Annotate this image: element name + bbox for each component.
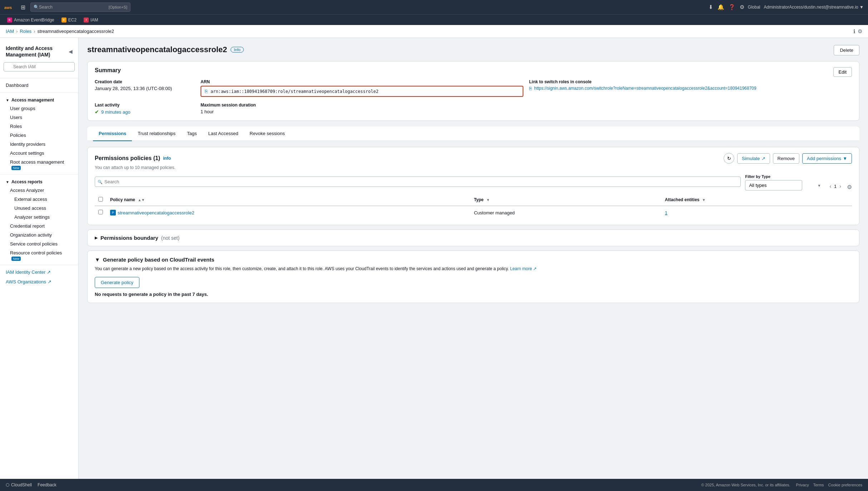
bell-icon[interactable]: 🔔: [717, 4, 724, 10]
footer-privacy-link[interactable]: Privacy: [796, 483, 809, 487]
permissions-policies-info-link[interactable]: info: [163, 156, 171, 161]
user-menu[interactable]: AdministratorAccess/dustin.nest@streamna…: [764, 5, 864, 10]
learn-more-link[interactable]: Learn more ↗: [510, 266, 537, 271]
switch-link-value[interactable]: https://signin.aws.amazon.com/switchrole…: [534, 86, 756, 91]
footer-copyright: © 2025, Amazon Web Services, Inc. or its…: [701, 483, 790, 487]
global-search-bar[interactable]: 🔍 [Option+S]: [30, 3, 130, 12]
sidebar-item-analyzer-settings[interactable]: Analyzer settings: [0, 213, 78, 222]
arn-box: ⎘ arn:aws:iam::180941968709:role/streamn…: [201, 86, 523, 97]
sidebar-item-iam-identity-center[interactable]: IAM Identity Center ↗: [0, 267, 78, 277]
type-sort-icon: ▼: [486, 198, 490, 202]
remove-button[interactable]: Remove: [773, 153, 799, 164]
switch-link-label: Link to switch roles in console: [529, 79, 852, 84]
sidebar-item-resource-control[interactable]: Resource control policies New: [0, 248, 78, 263]
sidebar-collapse-btn[interactable]: ◀: [69, 49, 73, 54]
sidebar-section-access-reports[interactable]: ▼ Access reports: [0, 177, 78, 186]
service-tab-ec2[interactable]: E EC2: [59, 16, 79, 24]
breadcrumb-info-btn[interactable]: ℹ: [853, 28, 855, 35]
tab-permissions[interactable]: Permissions: [93, 127, 132, 141]
col-attached-header[interactable]: Attached entities ▼: [661, 194, 852, 206]
last-activity-wrap: ✔ 9 minutes ago: [95, 109, 195, 115]
summary-grid: Creation date January 28, 2025, 13:36 (U…: [95, 79, 852, 115]
delete-button[interactable]: Delete: [834, 45, 859, 55]
service-tab-eventbridge[interactable]: E Amazon EventBridge: [4, 16, 57, 24]
sidebar-item-aws-organizations[interactable]: AWS Organizations ↗: [0, 277, 78, 287]
table-settings-btn[interactable]: ⚙: [847, 184, 852, 190]
sidebar-search-input[interactable]: [4, 62, 75, 71]
feedback-button[interactable]: Feedback: [38, 482, 56, 487]
boundary-expand-icon: ▶: [95, 235, 98, 240]
cloudtrail-header: ▼ Generate policy based on CloudTrail ev…: [95, 257, 852, 263]
copy-arn-icon[interactable]: ⎘: [205, 89, 208, 94]
sidebar-item-dashboard[interactable]: Dashboard: [0, 80, 78, 90]
breadcrumb-settings-btn[interactable]: ⚙: [858, 28, 862, 35]
simulate-button[interactable]: Simulate ↗: [737, 153, 770, 164]
generate-policy-button[interactable]: Generate policy: [95, 277, 139, 288]
add-permissions-button[interactable]: Add permissions ▼: [802, 153, 852, 164]
summary-card: Summary Edit Creation date January 28, 2…: [87, 61, 859, 121]
filter-row: [95, 177, 741, 187]
last-activity-value[interactable]: 9 minutes ago: [101, 109, 130, 115]
sidebar-item-user-groups[interactable]: User groups: [0, 104, 78, 113]
sidebar-item-service-control[interactable]: Service control policies: [0, 239, 78, 248]
search-input-wrap: [95, 177, 741, 187]
tab-revoke-sessions[interactable]: Revoke sessions: [244, 127, 290, 141]
settings-icon[interactable]: ⚙: [740, 4, 744, 10]
add-permissions-label: Add permissions: [807, 156, 841, 161]
footer-terms-link[interactable]: Terms: [813, 483, 824, 487]
copy-link-icon[interactable]: ⎘: [529, 86, 532, 91]
region-selector[interactable]: Global: [748, 5, 760, 10]
sidebar-item-unused-access[interactable]: Unused access: [0, 204, 78, 213]
sidebar-item-identity-providers[interactable]: Identity providers: [0, 140, 78, 149]
arn-label: ARN: [201, 79, 523, 84]
breadcrumb-iam[interactable]: IAM: [6, 29, 14, 34]
global-search-input[interactable]: [39, 5, 106, 10]
last-activity-label: Last activity: [95, 103, 195, 108]
sidebar-item-users[interactable]: Users: [0, 113, 78, 122]
type-select[interactable]: All types AWS managed Customer managed I…: [745, 180, 802, 190]
sidebar: Identity and AccessManagement (IAM) ◀ Da…: [0, 38, 79, 491]
select-all-checkbox[interactable]: [98, 197, 103, 202]
policy-attached-cell: 1: [661, 206, 852, 219]
sidebar-item-org-activity[interactable]: Organization activity: [0, 230, 78, 239]
next-page-btn[interactable]: ›: [838, 182, 843, 190]
cloudshell-button[interactable]: ⬡ CloudShell: [6, 482, 32, 487]
permissions-policies-desc: You can attach up to 10 managed policies…: [95, 165, 852, 170]
sidebar-search-wrap: [0, 62, 78, 76]
edit-button[interactable]: Edit: [833, 67, 852, 77]
col-policy-name-header[interactable]: Policy name ▲▼: [107, 194, 470, 206]
breadcrumb-roles[interactable]: Roles: [20, 29, 31, 34]
sidebar-section-access-management[interactable]: ▼ Access management: [0, 95, 78, 104]
sidebar-item-external-access[interactable]: External access: [0, 195, 78, 204]
footer-cookie-link[interactable]: Cookie preferences: [828, 483, 862, 487]
aws-logo[interactable]: aws: [4, 4, 16, 11]
prev-page-btn[interactable]: ‹: [828, 182, 833, 190]
page-info-badge[interactable]: Info: [231, 47, 243, 53]
service-tab-iam[interactable]: I IAM: [81, 16, 101, 24]
policy-search-input[interactable]: [95, 177, 741, 187]
page-number: 1: [834, 184, 837, 189]
download-icon[interactable]: ⬇: [709, 4, 713, 10]
policy-name-link[interactable]: P streamnativeopencatalogaccessrole2: [110, 210, 467, 215]
sidebar-item-root-access[interactable]: Root access management New: [0, 158, 78, 172]
row-checkbox[interactable]: [98, 210, 103, 214]
tab-tags[interactable]: Tags: [181, 127, 202, 141]
type-header-text: Type: [474, 197, 484, 202]
breadcrumb-current: streamnativeopencatalogaccessrole2: [37, 29, 114, 34]
sidebar-item-access-analyzer[interactable]: Access Analyzer: [0, 186, 78, 195]
col-type-header[interactable]: Type ▼: [470, 194, 661, 206]
sidebar-item-policies[interactable]: Policies: [0, 131, 78, 140]
tab-trust-relationships[interactable]: Trust relationships: [132, 127, 181, 141]
attached-entities-link[interactable]: 1: [665, 210, 667, 215]
tab-last-accessed[interactable]: Last Accessed: [203, 127, 244, 141]
bottom-bar: ⬡ CloudShell Feedback © 2025, Amazon Web…: [0, 479, 868, 491]
sidebar-item-credential-report[interactable]: Credential report: [0, 222, 78, 230]
summary-creation-date: Creation date January 28, 2025, 13:36 (U…: [95, 79, 195, 97]
permissions-boundary-section[interactable]: ▶ Permissions boundary (not set): [87, 229, 859, 246]
grid-icon[interactable]: ⊞: [19, 3, 27, 12]
sidebar-item-roles[interactable]: Roles: [0, 122, 78, 131]
sidebar-header: Identity and AccessManagement (IAM) ◀: [0, 42, 78, 62]
refresh-btn[interactable]: ↻: [724, 153, 734, 164]
help-icon[interactable]: ❓: [729, 4, 735, 10]
sidebar-item-account-settings[interactable]: Account settings: [0, 149, 78, 158]
